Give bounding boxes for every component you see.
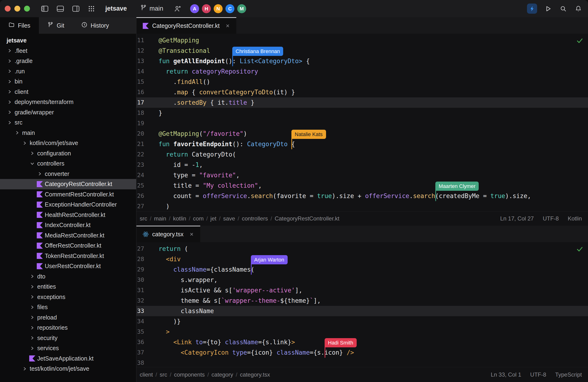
breadcrumb-segment[interactable]: CategoryRestController.kt (275, 215, 339, 222)
tree-item[interactable]: jetsave (0, 35, 136, 46)
breadcrumb-segment[interactable]: jet (210, 215, 216, 222)
tree-item-label: files (37, 304, 48, 311)
breadcrumb-segment[interactable]: save (223, 215, 235, 222)
tree-item[interactable]: main (0, 128, 136, 138)
tree-item[interactable]: OfferRestController.kt (0, 241, 136, 251)
tree-item[interactable]: bin (0, 76, 136, 87)
toggle-left-panel-icon[interactable] (41, 5, 49, 13)
avatar-c[interactable]: C (226, 4, 234, 13)
chevron-right-icon (37, 171, 43, 177)
breadcrumb-separator: / (150, 215, 151, 222)
status-item[interactable]: Ln 17, Col 27 (500, 215, 534, 222)
breadcrumb-segment[interactable]: client (140, 371, 153, 378)
kotlin-file-icon (37, 202, 43, 208)
chevron-right-icon (7, 99, 13, 105)
avatar-stack: AHNCM (190, 4, 249, 13)
tree-item[interactable]: CommentRestController.kt (0, 189, 136, 200)
tree-item[interactable]: ExceptionHandlerController (0, 200, 136, 210)
tree-item[interactable]: UserRestController.kt (0, 261, 136, 271)
status-item[interactable]: UTF-8 (543, 215, 559, 222)
close-icon[interactable] (225, 23, 230, 28)
collab-caret (251, 264, 252, 275)
code-line: 26 count = offerService.search(favorite … (136, 191, 588, 201)
tree-item[interactable]: preload (0, 313, 136, 323)
tree-item[interactable]: JetSaveApplication.kt (0, 354, 136, 364)
line-number: 37 (136, 347, 151, 358)
breadcrumb-segment[interactable]: controllers (242, 215, 268, 222)
tree-item[interactable]: converter (0, 169, 136, 179)
avatar-m[interactable]: M (237, 4, 246, 13)
tree-item[interactable]: files (0, 302, 136, 313)
line-number: 36 (136, 337, 151, 347)
tree-item[interactable]: entities (0, 282, 136, 292)
maximize-window-button[interactable] (24, 6, 30, 12)
tab-history[interactable]: History (73, 17, 118, 34)
tree-item-label: .gradle (15, 58, 33, 64)
branch-selector[interactable]: main (140, 4, 164, 13)
tab-files[interactable]: Files (0, 17, 39, 34)
run-lightning-icon[interactable] (527, 3, 537, 14)
breadcrumb-segment[interactable]: src (160, 371, 167, 378)
invite-collaborator-icon[interactable] (174, 5, 182, 13)
editor-tab[interactable]: category.tsx (136, 226, 200, 242)
tree-item[interactable]: services (0, 343, 136, 354)
tree-item[interactable]: repositories (0, 323, 136, 333)
tree-item[interactable]: TokenRestController.kt (0, 251, 136, 261)
tree-item[interactable]: src (0, 117, 136, 128)
workspaces-grid-icon[interactable] (87, 5, 95, 13)
avatar-a[interactable]: A (190, 4, 199, 13)
project-name[interactable]: jetsave (105, 5, 127, 12)
avatar-n[interactable]: N (214, 4, 223, 13)
tree-item[interactable]: CategoryRestController.kt (0, 179, 136, 189)
breadcrumb-segment[interactable]: com (193, 215, 204, 222)
toggle-right-panel-icon[interactable] (72, 5, 80, 13)
status-item[interactable]: TypeScript (555, 371, 582, 378)
toggle-bottom-panel-icon[interactable] (56, 5, 64, 13)
breadcrumb-segment[interactable]: category.tsx (240, 371, 270, 378)
breadcrumb-segment[interactable]: kotlin (173, 215, 186, 222)
code-area[interactable]: 11@GetMapping12@Transactional13fun getAl… (136, 34, 588, 211)
tree-item[interactable]: IndexController.kt (0, 220, 136, 230)
tree-item[interactable]: HealthRestController.kt (0, 210, 136, 220)
code-area[interactable]: 27return (28 <div29 className={className… (136, 242, 588, 367)
line-number: 11 (136, 35, 151, 45)
tree-item[interactable]: .run (0, 66, 136, 77)
tree-item[interactable]: MediaRestController.kt (0, 230, 136, 241)
status-item[interactable]: UTF-8 (530, 371, 546, 378)
tree-item[interactable]: client (0, 87, 136, 97)
tree-item[interactable]: kotlin/com/jet/save (0, 138, 136, 148)
tree-item[interactable]: dto (0, 271, 136, 282)
notifications-bell-icon[interactable] (574, 5, 582, 13)
tree-item[interactable]: controllers (0, 158, 136, 169)
chevron-right-icon (22, 140, 28, 146)
tree-item[interactable]: deployments/terraform (0, 97, 136, 107)
tree-item[interactable]: exceptions (0, 292, 136, 302)
collab-cursor-label: Hadi Smith (325, 338, 357, 347)
search-icon[interactable] (559, 5, 567, 13)
tab-git[interactable]: Git (39, 17, 73, 34)
breadcrumb-segment[interactable]: components (174, 371, 205, 378)
editor-status-bar: client/src/components/category/category.… (136, 367, 588, 382)
chevron-right-icon (29, 304, 35, 310)
tree-item[interactable]: test/kotlin/com/jet/save (0, 364, 136, 374)
code-line: 14 return categoryRepository (136, 66, 588, 77)
editor-tab[interactable]: CategoryRestController.kt (136, 17, 236, 34)
status-item[interactable]: Kotlin (568, 215, 582, 222)
minimize-window-button[interactable] (14, 6, 20, 12)
breadcrumb: client/src/components/category/category.… (140, 371, 270, 378)
run-play-icon[interactable] (544, 5, 552, 13)
tree-item[interactable]: security (0, 333, 136, 343)
tree-item[interactable]: .fleet (0, 46, 136, 56)
close-icon[interactable] (189, 232, 194, 237)
status-item[interactable]: Ln 33, Col 1 (491, 371, 521, 378)
tree-item[interactable]: gradle/wrapper (0, 107, 136, 118)
avatar-h[interactable]: H (202, 4, 211, 13)
breadcrumb-segment[interactable]: main (154, 215, 166, 222)
close-window-button[interactable] (5, 6, 11, 12)
collab-caret (325, 347, 325, 358)
breadcrumb-segment[interactable]: category (211, 371, 233, 378)
tree-item[interactable]: .gradle (0, 56, 136, 66)
breadcrumb-segment[interactable]: src (140, 215, 147, 222)
editor-status-bar: src/main/kotlin/com/jet/save/controllers… (136, 211, 588, 226)
tree-item[interactable]: configuration (0, 148, 136, 159)
